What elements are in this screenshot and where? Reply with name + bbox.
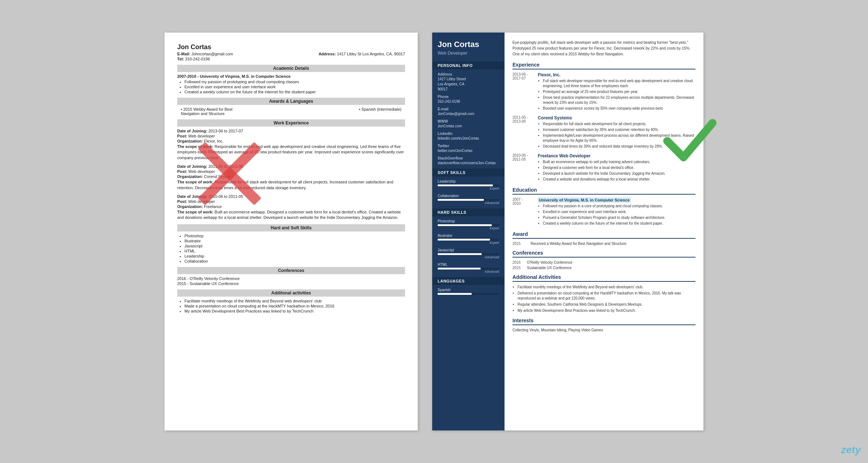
www-value: JonCortas.com [432,124,505,132]
work-entry-2: Date of Joining: 2011-05 to 2013-06 Post… [177,164,405,191]
additional-item: My article Web Development Best Practice… [518,308,695,313]
skill-item: Photoshop [184,234,405,238]
education-title: Education [512,187,695,195]
personal-info-title: Personal Info [432,61,505,69]
collaboration-skill: Collaboration Advanced [432,194,505,208]
resume-sidebar: Jon Cortas Web Developer Personal Info A… [432,33,505,430]
left-address: Address: 1417 Libby St Los Angeles, CA, … [319,52,405,56]
www-label: WWW [432,119,505,124]
skills-list: Photoshop Illustrator Javascript HTML Le… [177,234,405,263]
academic-content: 2007-2010 - University of Virginia, M.S.… [177,74,405,94]
green-check-overlay [660,112,718,171]
stackoverflow-label: StackOverflow [432,156,505,161]
conf-entry-1: 2016 O'Reilly Velocity Conference [512,260,695,264]
additional-header: Additonal activities [177,289,405,297]
additional-activities-list: Facilitate monthly meetings of the Webfi… [512,285,695,313]
zety-watermark: zety [841,444,861,456]
email-label: E-mail [432,107,505,111]
conferences-title: Conferences [512,250,695,258]
conf-name-2: Sustainable UX Conference [527,266,571,270]
javascript-label: Javascript [438,248,499,252]
activity-item: Made a presentation on cloud computing a… [184,304,405,308]
left-name: Jon Cortas [177,43,405,51]
conf-entry-2: 2015 Sustainable UX Conference [512,266,695,270]
address-value: 1417 Libby StreetLos Angeles, CA90017 [432,77,505,95]
phone-label: Phone [432,95,505,99]
academic-item: Created a weekly column on the future of… [184,90,405,94]
work-header: Work Experience [177,119,405,127]
photoshop-level: Expert [438,226,499,230]
illustrator-level: Expert [438,241,499,245]
edu-degree-1: University of Virginia, M.S. in Computer… [538,197,631,203]
html-label: HTML [438,263,499,267]
right-resume-wrapper: Jon Cortas Web Developer Personal Info A… [432,33,703,430]
award-text-2: • Spanish (intermediate) [359,107,401,116]
exp-company-1: Flexor, Inc. [538,72,695,77]
conf-name-1: O'Reilly Velocity Conference [527,260,573,264]
conf-year-1: 2016 [512,260,527,264]
award-year-1: 2015 [512,242,531,246]
stackoverflow-value: stackoverflow.com/users/Jon-Cortas [432,161,505,169]
awards-row: • 2015 Webby Award for BestNavigation an… [177,107,405,116]
conferences-header: Conferences [177,267,405,274]
green-checkmark-icon [660,112,718,170]
exp-dates-1: 2013-06 -2017-07 [512,72,538,112]
photoshop-skill: Photoshop Expert [432,219,505,234]
email-value: JonCortas@gmail.com [432,111,505,119]
skill-item: Illustrator [184,239,405,243]
activities-list: Facilitate monthly meetings of the Webfi… [177,299,405,313]
academic-item: Followed my passion of prototyping and c… [184,80,405,84]
collaboration-label: Collaboration [438,194,499,198]
exp-dates-2: 2011-05 -2013-06 [512,115,538,150]
javascript-skill: Javascript Advanced [432,248,505,263]
html-skill: HTML Advanced [432,263,505,277]
award-text: Received a Webby Award for Best Navigati… [531,242,627,246]
leadership-skill: Leadership Expert [432,179,505,194]
leadership-level: Expert [438,187,499,190]
award-title: Award [512,231,695,239]
intro-text: Eye-poppingly prolific, full stack web d… [512,40,695,57]
conf-item-1: 2016 - O'Reilly Velocity Conference [177,276,405,281]
javascript-level: Advanced [438,255,499,259]
additional-item: Delivered a presentation on cloud comput… [518,291,695,301]
left-resume: Jon Cortas E-Mail: Johncortas@gmail.com … [165,33,418,430]
phone-value: 310-242-0196 [432,99,505,107]
right-name: Jon Cortas [432,40,505,51]
conf-year-2: 2015 [512,266,527,270]
photoshop-label: Photoshop [438,219,499,223]
work-entry-3: Date of Joining: 2010-06 to 2011-05 Post… [177,194,405,221]
skill-item: Javascript [184,244,405,248]
award-entry-1: 2015 Received a Webby Award for Best Nav… [512,242,695,246]
twitter-label: Twitter [432,144,505,148]
awards-header: Awards & Languages [177,98,405,105]
academic-header: Academic Details [177,65,405,72]
work-entry-1: Date of Joining: 2013-06 to 2017-07 Post… [177,129,405,161]
twitter-value: twitter.com/JonCortas [432,148,505,156]
right-title: Web Developer [432,51,505,61]
spanish-lang: Spanish [432,288,505,298]
html-level: Advanced [438,270,499,273]
skill-item: Collaboration [184,259,405,263]
exp-dates-3: 2010-06 -2011-05 [512,153,538,183]
exp-entry-1: 2013-06 -2017-07 Flexor, Inc. Full stack… [512,72,695,112]
experience-title: Experience [512,62,695,69]
hard-skills-title: Hard Skills [432,208,505,216]
leadership-label: Leadership [438,179,499,183]
linkedin-value: linkedin.com/in/JonCortas [432,136,505,144]
illustrator-skill: Illustrator Expert [432,234,505,248]
skill-item: Leadership [184,254,405,258]
languages-title: Languages [432,277,505,285]
additional-item: Facilitate monthly meetings of the Webfi… [518,285,695,290]
edu-dates-1: 2007 -2010 [512,197,538,227]
interests-text: Collecting Vinyls, Mountain biking, Play… [512,328,695,332]
skill-item: HTML [184,249,405,253]
skills-header: Hard and Soft Skills [177,224,405,232]
right-main-content: Eye-poppingly prolific, full stack web d… [505,33,703,430]
spanish-label: Spanish [438,288,499,292]
edu-details-1: University of Virginia, M.S. in Computer… [538,197,695,227]
left-contact-line: E-Mail: Johncortas@gmail.com Address: 14… [177,52,405,56]
academic-degree: 2007-2010 - University of Virginia, M.S.… [177,74,405,78]
address-label: Address [432,72,505,77]
linkedin-label: LinkedIn [432,132,505,136]
activity-item: Facilitate monthly meetings of the Webfi… [184,299,405,303]
